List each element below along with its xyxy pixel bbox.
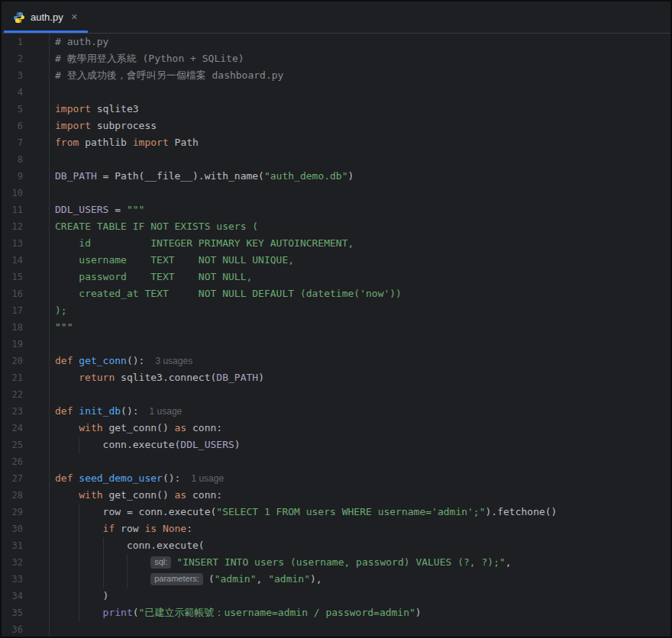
code-line[interactable]: 31conn.execute( xyxy=(2,537,670,554)
code-line[interactable]: 13 id INTEGER PRIMARY KEY AUTOINCREMENT, xyxy=(2,235,670,252)
line-number[interactable]: 22 xyxy=(2,386,23,403)
code-token: return xyxy=(79,372,115,383)
line-number[interactable]: 14 xyxy=(2,252,23,269)
line-number[interactable]: 21 xyxy=(2,369,23,386)
line-number[interactable]: 25 xyxy=(2,437,23,453)
line-number[interactable]: 23 xyxy=(2,403,23,420)
ide-window: auth.py ✕ 1# auth.py2# 教學用登入系統 (Python +… xyxy=(0,0,672,638)
code-line[interactable]: 23def init_db():1 usage xyxy=(2,403,670,420)
line-number[interactable]: 19 xyxy=(2,336,23,353)
code-line[interactable]: 18""" xyxy=(2,319,670,336)
code-line[interactable]: 25conn.execute(DDL_USERS) xyxy=(2,437,670,453)
line-number[interactable]: 12 xyxy=(2,218,23,235)
code-line[interactable]: 16 created_at TEXT NOT NULL DEFAULT (dat… xyxy=(2,285,670,302)
code-line[interactable]: 2# 教學用登入系統 (Python + SQLite) xyxy=(2,50,670,67)
code-token: row xyxy=(115,523,144,534)
code-line[interactable]: 3# 登入成功後，會呼叫另一個檔案 dashboard.py xyxy=(2,67,670,84)
code-token: ( xyxy=(208,573,215,585)
code-line[interactable]: 10 xyxy=(2,185,670,201)
code-line[interactable]: 20def get_conn():3 usages xyxy=(2,353,670,369)
code-token xyxy=(157,523,163,534)
line-number[interactable]: 32 xyxy=(2,554,23,571)
line-number[interactable]: 4 xyxy=(2,84,23,101)
code-line[interactable]: 7from pathlib import Path xyxy=(2,134,670,151)
line-number[interactable]: 6 xyxy=(2,118,23,134)
indent-space xyxy=(55,520,79,537)
editor-tab-bar: auth.py ✕ xyxy=(2,2,670,34)
line-number[interactable]: 5 xyxy=(2,101,23,118)
code-line[interactable]: 14 username TEXT NOT NULL UNIQUE, xyxy=(2,252,670,269)
line-number[interactable]: 28 xyxy=(2,487,23,504)
code-line[interactable]: 29row = conn.execute("SELECT 1 FROM user… xyxy=(2,504,670,520)
line-number[interactable]: 9 xyxy=(2,168,23,185)
code-token: is xyxy=(144,523,157,534)
indent-space xyxy=(55,420,79,437)
code-token: def xyxy=(55,355,79,366)
line-number[interactable]: 10 xyxy=(2,185,23,201)
code-token: = xyxy=(108,204,126,215)
usages-inlay-hint[interactable]: 3 usages xyxy=(155,356,192,366)
line-number[interactable]: 33 xyxy=(2,571,23,588)
code-line[interactable]: 8 xyxy=(2,151,670,168)
line-number[interactable]: 11 xyxy=(2,201,23,218)
code-line[interactable]: 24with get_conn() as conn: xyxy=(2,420,670,437)
code-token: CREATE TABLE IF NOT EXISTS users ( xyxy=(55,221,258,232)
code-line[interactable]: 15 password TEXT NOT NULL, xyxy=(2,269,670,285)
code-token: created_at TEXT NOT NULL DEFAULT (dateti… xyxy=(55,288,402,299)
line-number[interactable]: 30 xyxy=(2,520,23,537)
usages-inlay-hint[interactable]: 1 usage xyxy=(191,473,224,484)
line-number[interactable]: 29 xyxy=(2,504,23,520)
code-line[interactable]: 27def seed_demo_user():1 usage xyxy=(2,470,670,487)
code-editor[interactable]: 1# auth.py2# 教學用登入系統 (Python + SQLite)3#… xyxy=(2,34,670,637)
code-token: DB_PATH xyxy=(216,372,258,383)
line-number[interactable]: 7 xyxy=(2,134,23,151)
code-line[interactable]: 6import subprocess xyxy=(2,118,670,134)
line-number[interactable]: 27 xyxy=(2,470,23,487)
line-number[interactable]: 34 xyxy=(2,588,23,604)
inlay-hint-chip[interactable]: parameters: xyxy=(150,573,203,585)
line-number[interactable]: 20 xyxy=(2,353,23,369)
code-line[interactable]: 30if row is None: xyxy=(2,520,670,537)
tab-close-icon[interactable]: ✕ xyxy=(71,13,78,21)
line-number[interactable]: 8 xyxy=(2,151,23,168)
code-line[interactable]: 11DDL_USERS = """ xyxy=(2,201,670,218)
code-line[interactable]: 12CREATE TABLE IF NOT EXISTS users ( xyxy=(2,218,670,235)
code-token: def xyxy=(55,405,79,417)
code-token: "已建立示範帳號：username=admin / password=admin… xyxy=(139,607,415,618)
code-line[interactable]: 1# auth.py xyxy=(2,34,670,50)
line-number[interactable]: 18 xyxy=(2,319,23,336)
code-line[interactable]: 33parameters:("admin", "admin"), xyxy=(2,571,670,588)
code-line[interactable]: 28with get_conn() as conn: xyxy=(2,487,670,504)
line-number[interactable]: 35 xyxy=(2,604,23,621)
code-line[interactable]: 36 xyxy=(2,621,670,637)
code-line[interactable]: 21return sqlite3.connect(DB_PATH) xyxy=(2,369,670,386)
code-line[interactable]: 5import sqlite3 xyxy=(2,101,670,118)
line-number[interactable]: 3 xyxy=(2,67,23,84)
line-number[interactable]: 2 xyxy=(2,50,23,67)
usages-inlay-hint[interactable]: 1 usage xyxy=(150,406,183,417)
line-number[interactable]: 17 xyxy=(2,302,23,319)
tab-auth-py[interactable]: auth.py ✕ xyxy=(4,2,88,33)
line-number[interactable]: 36 xyxy=(2,621,23,637)
inlay-hint-chip[interactable]: sql: xyxy=(150,556,171,569)
line-number[interactable]: 26 xyxy=(2,453,23,470)
code-line[interactable]: 22 xyxy=(2,386,670,403)
tab-label: auth.py xyxy=(31,11,63,23)
code-line[interactable]: 17); xyxy=(2,302,670,319)
code-token: pathlib xyxy=(79,137,132,148)
line-number[interactable]: 16 xyxy=(2,285,23,302)
code-line[interactable]: 9DB_PATH = Path(__file__).with_name("aut… xyxy=(2,168,670,185)
code-line[interactable]: 4 xyxy=(2,84,670,101)
code-line[interactable]: 19 xyxy=(2,336,670,353)
code-line[interactable]: 32sql:"INSERT INTO users (username, pass… xyxy=(2,554,670,571)
code-line[interactable]: 34) xyxy=(2,588,670,604)
code-token: print xyxy=(103,607,133,618)
line-number[interactable]: 15 xyxy=(2,269,23,285)
indent-guide xyxy=(103,554,127,571)
line-number[interactable]: 24 xyxy=(2,420,23,437)
line-number[interactable]: 1 xyxy=(2,34,23,50)
line-number[interactable]: 13 xyxy=(2,235,23,252)
code-line[interactable]: 26 xyxy=(2,453,670,470)
line-number[interactable]: 31 xyxy=(2,537,23,554)
code-line[interactable]: 35print("已建立示範帳號：username=admin / passwo… xyxy=(2,604,670,621)
